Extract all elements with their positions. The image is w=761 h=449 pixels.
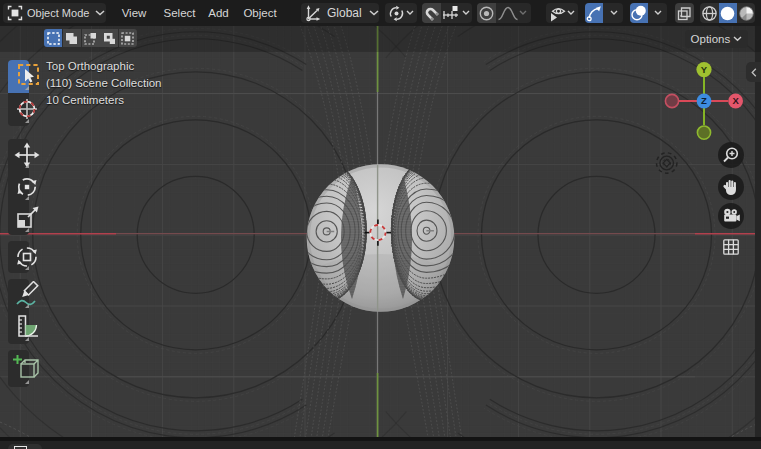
svg-text:Z: Z [701, 95, 707, 106]
svg-text:Y: Y [701, 64, 708, 75]
svg-text:X: X [732, 95, 739, 106]
